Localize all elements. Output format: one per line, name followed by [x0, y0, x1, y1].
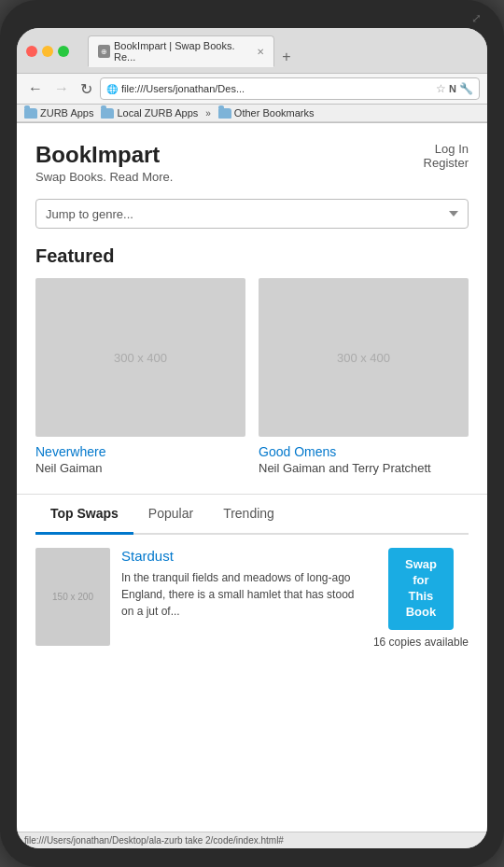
site-title: BookImpart — [35, 142, 173, 168]
page-content: BookImpart Swap Books. Read More. Log In… — [17, 123, 487, 832]
brand: BookImpart Swap Books. Read More. — [35, 142, 173, 184]
copies-available: 16 copies available — [373, 636, 469, 649]
swap-description: In the tranquil fields and meadows of lo… — [121, 569, 362, 620]
book-cover-2: 300 x 400 — [259, 278, 469, 437]
site-tagline: Swap Books. Read More. — [35, 170, 173, 184]
active-tab[interactable]: ⊕ BookImpart | Swap Books. Re... ✕ — [88, 35, 274, 67]
book-title-link-1[interactable]: Neverwhere — [35, 444, 245, 459]
tab-top-swaps[interactable]: Top Swaps — [35, 495, 133, 535]
register-link[interactable]: Register — [424, 156, 469, 170]
tab-close-button[interactable]: ✕ — [257, 47, 264, 57]
phone-frame: ⊕ BookImpart | Swap Books. Re... ✕ + ⤢ ←… — [0, 0, 504, 867]
site-header: BookImpart Swap Books. Read More. Log In… — [35, 142, 469, 184]
address-actions: ☆ N 🔧 — [436, 82, 473, 95]
swap-book-thumbnail: 150 x 200 — [35, 548, 110, 646]
address-text: file:///Users/jonathan/Des... — [121, 83, 432, 94]
book-author-1: Neil Gaiman — [35, 461, 245, 475]
bookmark-label: Local ZURB Apps — [117, 107, 198, 119]
status-text: file:///Users/jonathan/Desktop/ala-zurb … — [24, 835, 284, 846]
login-link[interactable]: Log In — [424, 142, 469, 156]
nav-bar: ← → ↻ 🌐 file:///Users/jonathan/Des... ☆ … — [17, 73, 487, 105]
bookmark-zurb-apps[interactable]: ZURB Apps — [24, 107, 93, 119]
auth-links: Log In Register — [424, 142, 469, 170]
folder-icon — [218, 108, 231, 119]
swap-info: Stardust In the tranquil fields and mead… — [121, 548, 362, 620]
address-bar[interactable]: 🌐 file:///Users/jonathan/Des... ☆ N 🔧 — [100, 77, 480, 100]
bookmarks-bar: ZURB Apps Local ZURB Apps » Other Bookma… — [17, 105, 487, 122]
refresh-button[interactable]: ↻ — [77, 78, 96, 100]
featured-book-1: 300 x 400 Neverwhere Neil Gaiman — [35, 278, 245, 475]
cover-size-label-1: 300 x 400 — [114, 351, 167, 365]
tab-favicon: ⊕ — [98, 45, 110, 58]
close-button[interactable] — [26, 46, 37, 57]
book-title-link-2[interactable]: Good Omens — [259, 444, 469, 459]
swap-button[interactable]: Swap for This Book — [388, 548, 454, 630]
cover-size-label-2: 300 x 400 — [337, 351, 390, 365]
title-bar: ⊕ BookImpart | Swap Books. Re... ✕ + ⤢ — [17, 28, 487, 73]
browser-chrome: ⊕ BookImpart | Swap Books. Re... ✕ + ⤢ ←… — [17, 28, 487, 123]
tab-nav: Top Swaps Popular Trending — [35, 495, 469, 535]
featured-grid: 300 x 400 Neverwhere Neil Gaiman 300 x 4… — [35, 278, 469, 475]
tools-icon[interactable]: 🔧 — [459, 82, 473, 95]
bookmark-local-zurb[interactable]: Local ZURB Apps — [101, 107, 198, 119]
book-author-2: Neil Gaiman and Terry Pratchett — [259, 461, 469, 475]
nitrogen-icon[interactable]: N — [449, 83, 456, 94]
swap-action: Swap for This Book 16 copies available — [373, 548, 469, 649]
page-icon: 🌐 — [106, 84, 118, 94]
bookmark-label: ZURB Apps — [40, 107, 93, 119]
star-icon[interactable]: ☆ — [436, 82, 446, 95]
featured-section-title: Featured — [35, 245, 469, 267]
status-bar: file:///Users/jonathan/Desktop/ala-zurb … — [17, 832, 487, 848]
new-tab-button[interactable]: + — [276, 47, 297, 67]
tabs-section: Top Swaps Popular Trending 150 x 200 — [17, 495, 487, 662]
featured-book-2: 300 x 400 Good Omens Neil Gaiman and Ter… — [259, 278, 469, 475]
swap-listing: 150 x 200 Stardust In the tranquil field… — [35, 548, 469, 662]
traffic-lights — [26, 46, 69, 57]
minimize-button[interactable] — [42, 46, 53, 57]
book-cover-1: 300 x 400 — [35, 278, 245, 437]
tab-title: BookImpart | Swap Books. Re... — [114, 40, 249, 63]
maximize-button[interactable] — [58, 46, 69, 57]
forward-button[interactable]: → — [50, 78, 73, 99]
bookmark-label: Other Bookmarks — [234, 107, 315, 119]
genre-select[interactable]: Jump to genre... Fiction Non-Fiction Sci… — [35, 199, 469, 229]
tab-bar: ⊕ BookImpart | Swap Books. Re... ✕ + — [78, 35, 306, 67]
tab-trending[interactable]: Trending — [208, 495, 289, 535]
swap-book-title[interactable]: Stardust — [121, 548, 362, 564]
tab-popular[interactable]: Popular — [133, 495, 208, 535]
more-bookmarks-button[interactable]: » — [205, 108, 211, 119]
phone-inner: ⊕ BookImpart | Swap Books. Re... ✕ + ⤢ ←… — [17, 28, 487, 848]
folder-icon — [24, 108, 37, 119]
folder-icon — [101, 108, 114, 119]
bookmark-other[interactable]: Other Bookmarks — [218, 107, 315, 119]
thumbnail-size-label: 150 x 200 — [52, 592, 93, 602]
page-inner: BookImpart Swap Books. Read More. Log In… — [17, 123, 487, 495]
back-button[interactable]: ← — [24, 78, 47, 99]
